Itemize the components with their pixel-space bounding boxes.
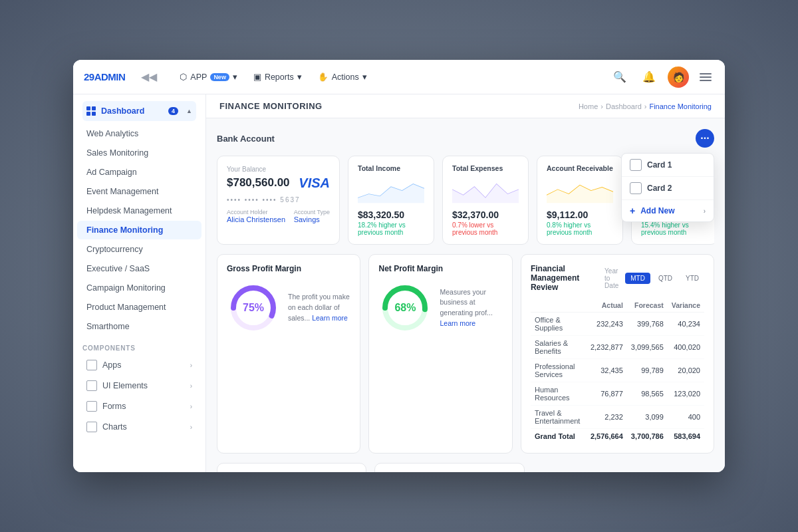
add-card-container: ··· Card 1 Card 2 xyxy=(696,129,714,148)
bank-card: Your Balance $780,560.00 VISA •••• •••• … xyxy=(217,156,340,245)
sidebar-item-forms[interactable]: Forms › xyxy=(77,396,201,416)
receivable-chart xyxy=(547,176,613,205)
sidebar-item-campaign[interactable]: Campaign Monitoring xyxy=(77,279,201,297)
dropdown-card2[interactable]: Card 2 xyxy=(622,177,714,200)
table-row: Professional Services 32,435 99,789 20,0… xyxy=(531,359,704,382)
net-profit-card: Net Profit Margin 68% Measures your bu xyxy=(368,254,512,454)
app-icon: ⬡ xyxy=(180,72,187,82)
user-avatar[interactable]: 🧑 xyxy=(668,66,689,88)
sidebar-item-ad-campaign[interactable]: Ad Campaign xyxy=(77,163,201,182)
nav-right: 🔍 🔔 🧑 xyxy=(609,66,714,88)
sidebar-item-smarthome[interactable]: Smarthome xyxy=(77,317,201,336)
sidebar-item-product[interactable]: Product Management xyxy=(77,298,201,317)
acct-details: Account Holder Alicia Christensen Accoun… xyxy=(227,209,330,223)
sidebar: Dashboard 4 ▲ Web Analytics Sales Monito… xyxy=(73,94,206,472)
components-label: COMPONENTS xyxy=(73,336,205,354)
ui-elements-box-icon xyxy=(86,380,97,391)
nav-actions[interactable]: ✋ Actions ▾ xyxy=(311,68,374,85)
metrics-row: Gross Profit Margin 75% The profit you xyxy=(217,254,714,454)
dropdown-add-new[interactable]: + Add New › xyxy=(622,200,714,221)
sidebar-item-charts[interactable]: Charts › xyxy=(77,417,201,437)
net-learn-more[interactable]: Learn more xyxy=(440,319,475,327)
table-footer-row: Grand Total 2,576,664 3,700,786 583,694 xyxy=(531,429,704,444)
table-row: Human Resources 76,877 98,565 123,020 xyxy=(531,382,704,406)
sidebar-item-sales-monitoring[interactable]: Sales Monitoring xyxy=(77,144,201,162)
income-chart xyxy=(358,176,424,205)
nav-app[interactable]: ⬡ APP New ▾ xyxy=(173,68,244,85)
charts-box-icon xyxy=(86,422,97,432)
app-window: 29ADMIN ◀◀ ⬡ APP New ▾ ▣ Reports ▾ ✋ Act… xyxy=(73,60,725,472)
actions-icon: ✋ xyxy=(318,72,329,82)
gross-gauge-container: 75% The profit you make on each dollar o… xyxy=(227,281,350,334)
stat-card-income: Total Income $83,320.50 18.2% higher vs … xyxy=(348,156,434,245)
table-row: Office & Supplies 232,243 399,768 40,234 xyxy=(531,313,704,336)
page-title: FINANCE MONITORING xyxy=(219,101,323,111)
bottom-row: Quick Ratio Measures your Current Assets… xyxy=(217,463,714,472)
sidebar-item-web-analytics[interactable]: Web Analytics xyxy=(77,124,201,143)
table-row: Salaries & Benefits 2,232,877 3,099,565 … xyxy=(531,336,704,359)
plus-icon: + xyxy=(630,205,635,216)
tab-ytd[interactable]: YTD xyxy=(680,273,704,284)
nav-reports[interactable]: ▣ Reports ▾ xyxy=(247,68,309,85)
gross-learn-more[interactable]: Learn more xyxy=(312,314,348,322)
reports-icon: ▣ xyxy=(253,72,261,82)
brand-logo: 29ADMIN xyxy=(84,71,125,82)
breadcrumb: Home › Dashboard › Finance Monitoring xyxy=(579,102,712,110)
sidebar-item-helpdesk[interactable]: Helpdesk Management xyxy=(77,201,201,220)
current-ratio-card: Current Ratio Measures your Current Asse… xyxy=(374,463,524,472)
card2-icon xyxy=(630,182,642,194)
top-nav: 29ADMIN ◀◀ ⬡ APP New ▾ ▣ Reports ▾ ✋ Act… xyxy=(73,60,725,94)
content-body: Bank Account ··· Card 1 Card 2 xyxy=(206,118,725,472)
dashboard-icon xyxy=(86,106,96,116)
apps-box-icon xyxy=(86,360,97,370)
gross-profit-card: Gross Profit Margin 75% The profit you xyxy=(217,254,360,454)
search-button[interactable]: 🔍 xyxy=(609,66,630,88)
back-button[interactable]: ◀◀ xyxy=(138,68,160,86)
financial-review-card: Financial Management Review Year to Date… xyxy=(521,254,714,454)
sidebar-item-event-management[interactable]: Event Management xyxy=(77,182,201,201)
table-row: Travel & Entertainment 2,232 3,099 400 xyxy=(531,406,704,429)
net-gauge-container: 68% Measures your business at generating… xyxy=(378,281,502,334)
net-gauge: 68% xyxy=(378,281,432,334)
sidebar-item-dashboard[interactable]: Dashboard 4 ▲ xyxy=(82,101,196,121)
sidebar-dashboard-header: Dashboard 4 ▲ xyxy=(73,94,205,124)
tab-qtd[interactable]: QTD xyxy=(653,273,678,284)
forms-box-icon xyxy=(86,401,97,412)
sidebar-item-apps[interactable]: Apps › xyxy=(77,355,201,375)
hamburger-menu[interactable] xyxy=(697,70,714,84)
nav-items: ⬡ APP New ▾ ▣ Reports ▾ ✋ Actions ▾ xyxy=(173,68,596,85)
stat-card-receivable: Account Receivable $9,112.00 0.8% higher… xyxy=(537,156,623,245)
fin-tabs: Year to Date MTD QTD YTD xyxy=(604,267,704,289)
tab-mtd[interactable]: MTD xyxy=(625,273,650,284)
expenses-chart xyxy=(452,176,519,205)
card1-icon xyxy=(630,159,642,171)
main-content: FINANCE MONITORING Home › Dashboard › Fi… xyxy=(206,94,725,472)
add-card-button[interactable]: ··· xyxy=(696,129,714,148)
sidebar-item-executive[interactable]: Executive / SaaS xyxy=(77,259,201,278)
fin-header: Financial Management Review Year to Date… xyxy=(531,264,704,292)
bank-account-section: Bank Account ··· Card 1 Card 2 xyxy=(217,129,714,148)
financial-table: Actual Forecast Variance Office & Suppli… xyxy=(531,299,704,444)
quick-ratio-card: Quick Ratio Measures your Current Assets… xyxy=(217,463,366,472)
notification-button[interactable]: 🔔 xyxy=(638,66,660,88)
fin-spacer xyxy=(533,463,714,472)
content-header: FINANCE MONITORING Home › Dashboard › Fi… xyxy=(206,94,725,118)
card-dropdown: Card 1 Card 2 + Add New › xyxy=(621,153,714,222)
dropdown-card1[interactable]: Card 1 xyxy=(622,154,714,176)
gross-gauge: 75% xyxy=(227,281,280,334)
sidebar-item-ui-elements[interactable]: UI Elements › xyxy=(77,376,201,396)
stat-card-expenses: Total Expenses $32,370.00 0.7% lower vs … xyxy=(442,156,529,245)
sidebar-item-finance[interactable]: Finance Monitoring xyxy=(77,221,201,239)
main-layout: Dashboard 4 ▲ Web Analytics Sales Monito… xyxy=(73,94,725,472)
sidebar-item-crypto[interactable]: Cryptocurrency xyxy=(77,240,201,259)
